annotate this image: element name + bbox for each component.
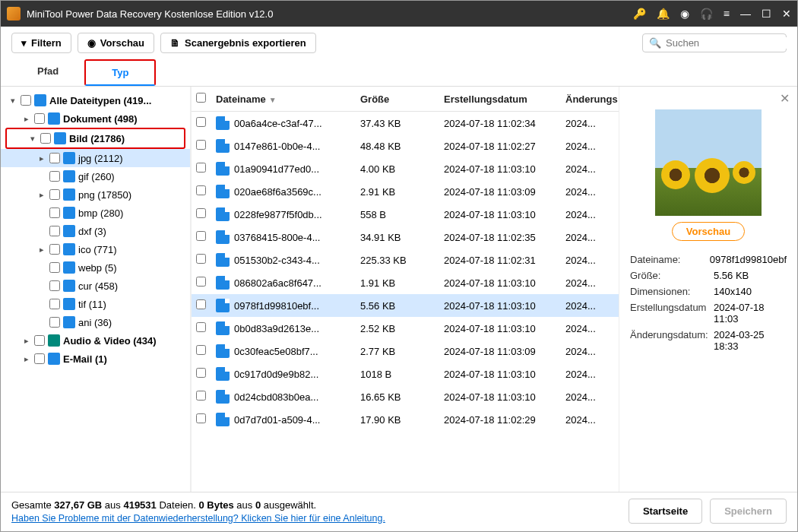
row-checkbox[interactable] xyxy=(196,231,206,241)
row-checkbox[interactable] xyxy=(196,254,206,264)
maximize-icon[interactable]: ☐ xyxy=(762,8,771,20)
checkbox[interactable] xyxy=(40,133,51,144)
close-icon[interactable]: ✕ xyxy=(782,8,791,20)
meta-row: Größe:5.56 KB xyxy=(630,268,787,283)
chevron-right-icon[interactable]: ▸ xyxy=(22,336,31,346)
checkbox[interactable] xyxy=(21,95,31,106)
file-row[interactable]: 0978f1d99810ebf... 5.56 KB 2024-07-18 11… xyxy=(192,294,619,317)
checkbox[interactable] xyxy=(49,280,60,291)
checkbox[interactable] xyxy=(49,262,60,273)
filter-label: Filtern xyxy=(31,37,62,49)
tree-audio-video[interactable]: ▸ Audio & Video (434) xyxy=(1,331,190,350)
export-button[interactable]: 🗎 Scanergebnis exportieren xyxy=(160,33,316,53)
file-row[interactable]: 01a90941d77ed0... 4.00 KB 2024-07-18 11:… xyxy=(192,157,619,180)
tree-all-types[interactable]: ▾ Alle Dateitypen (419... xyxy=(1,91,190,109)
row-checkbox[interactable] xyxy=(196,345,206,355)
chevron-right-icon[interactable]: ▸ xyxy=(37,154,46,163)
help-link[interactable]: Haben Sie Probleme mit der Datenwiederhe… xyxy=(11,513,385,524)
bell-icon[interactable]: 🔔 xyxy=(657,8,670,20)
file-name: 0c917d0d9e9b82... xyxy=(234,369,360,380)
chevron-right-icon[interactable]: ▸ xyxy=(37,190,46,200)
checkbox[interactable] xyxy=(49,299,60,309)
checkbox[interactable] xyxy=(34,353,45,364)
tree-jpg[interactable]: ▸ jpg (2112) xyxy=(1,149,190,167)
row-checkbox[interactable] xyxy=(196,391,206,401)
tree-document[interactable]: ▸ Dokument (498) xyxy=(1,109,190,128)
tree-ani[interactable]: ani (36) xyxy=(1,313,190,331)
col-modified[interactable]: Änderungs xyxy=(565,93,614,105)
chevron-down-icon[interactable]: ▾ xyxy=(8,96,17,106)
close-preview-icon[interactable]: ✕ xyxy=(780,91,790,106)
home-button[interactable]: Startseite xyxy=(629,499,702,524)
select-all-checkbox[interactable] xyxy=(196,93,206,103)
row-checkbox[interactable] xyxy=(196,208,206,218)
row-checkbox[interactable] xyxy=(196,368,206,378)
row-checkbox[interactable] xyxy=(196,117,206,127)
checkbox[interactable] xyxy=(49,153,60,163)
menu-icon[interactable]: ≡ xyxy=(724,8,730,20)
file-list[interactable]: Dateiname▼ Größe Erstellungsdatum Änderu… xyxy=(192,87,619,492)
meta-value: 2024-03-25 18:33 xyxy=(714,329,787,352)
file-row[interactable]: 0b0d83a9d2613e... 2.52 KB 2024-07-18 11:… xyxy=(192,317,619,340)
row-checkbox[interactable] xyxy=(196,185,206,195)
row-checkbox[interactable] xyxy=(196,299,206,309)
checkbox[interactable] xyxy=(49,189,60,200)
checkbox[interactable] xyxy=(49,244,60,255)
tree-gif[interactable]: gif (260) xyxy=(1,167,190,185)
checkbox[interactable] xyxy=(49,207,60,218)
file-type-icon xyxy=(63,280,75,292)
row-checkbox[interactable] xyxy=(196,140,206,150)
tree-image[interactable]: ▾ Bild (21786) xyxy=(5,128,185,149)
checkbox[interactable] xyxy=(49,226,60,236)
row-checkbox[interactable] xyxy=(196,322,206,332)
globe-icon[interactable]: ◉ xyxy=(680,8,689,20)
tree-cur[interactable]: cur (458) xyxy=(1,277,190,295)
checkbox[interactable] xyxy=(49,317,60,328)
tree-dxf[interactable]: dxf (3) xyxy=(1,222,190,240)
chevron-right-icon[interactable]: ▸ xyxy=(22,114,31,124)
tree-png[interactable]: ▸ png (17850) xyxy=(1,185,190,204)
chevron-right-icon[interactable]: ▸ xyxy=(22,354,31,364)
save-button[interactable]: Speichern xyxy=(710,499,787,524)
search-input[interactable] xyxy=(666,37,793,49)
tree-ico[interactable]: ▸ ico (771) xyxy=(1,240,190,258)
file-row[interactable]: 086802a6ac8f647... 1.91 KB 2024-07-18 11… xyxy=(192,271,619,294)
tree-label: ani (36) xyxy=(78,317,112,328)
minimize-icon[interactable]: — xyxy=(740,8,751,20)
tree-webp[interactable]: webp (5) xyxy=(1,258,190,277)
file-row[interactable]: 0c917d0d9e9b82... 1018 B 2024-07-18 11:0… xyxy=(192,363,619,385)
tree-tif[interactable]: tif (11) xyxy=(1,295,190,313)
checkbox[interactable] xyxy=(49,171,60,182)
search-box[interactable]: 🔍 xyxy=(642,33,787,52)
headphones-icon[interactable]: 🎧 xyxy=(700,8,713,20)
file-row[interactable]: 00a6a4ce-c3af-47... 37.43 KB 2024-07-18 … xyxy=(192,112,619,135)
sidebar-tree[interactable]: ▾ Alle Dateitypen (419... ▸ Dokument (49… xyxy=(1,87,191,492)
file-row[interactable]: 03768415-800e-4... 34.91 KB 2024-07-18 1… xyxy=(192,226,619,249)
file-icon xyxy=(216,116,230,130)
file-row[interactable]: 051530b2-c343-4... 225.33 KB 2024-07-18 … xyxy=(192,249,619,271)
row-checkbox[interactable] xyxy=(196,277,206,287)
chevron-right-icon[interactable]: ▸ xyxy=(37,245,46,255)
preview-button[interactable]: ◉ Vorschau xyxy=(78,33,154,53)
tab-type[interactable]: Typ xyxy=(84,59,156,86)
col-size[interactable]: Größe xyxy=(360,93,444,105)
preview-open-button[interactable]: Vorschau xyxy=(672,222,745,241)
checkbox[interactable] xyxy=(34,335,45,346)
file-row[interactable]: 0d24cbd083b0ea... 16.65 KB 2024-07-18 11… xyxy=(192,385,619,408)
col-created[interactable]: Erstellungsdatum xyxy=(444,93,565,105)
file-row[interactable]: 0c30feac5e08bf7... 2.77 KB 2024-07-18 11… xyxy=(192,340,619,363)
row-checkbox[interactable] xyxy=(196,163,206,173)
file-row[interactable]: 0228fe9877f5f0db... 558 B 2024-07-18 11:… xyxy=(192,203,619,226)
file-row[interactable]: 020ae68f6a3569c... 2.91 KB 2024-07-18 11… xyxy=(192,180,619,203)
tree-email[interactable]: ▸ E-Mail (1) xyxy=(1,350,190,368)
checkbox[interactable] xyxy=(34,113,45,124)
file-row[interactable]: 0d7d7d01-a509-4... 17.90 KB 2024-07-18 1… xyxy=(192,408,619,431)
tree-bmp[interactable]: bmp (280) xyxy=(1,204,190,222)
filter-button[interactable]: ▾ Filtern xyxy=(11,33,71,53)
key-icon[interactable]: 🔑 xyxy=(633,8,646,20)
col-name[interactable]: Dateiname▼ xyxy=(216,93,360,105)
file-row[interactable]: 0147e861-0b0e-4... 48.48 KB 2024-07-18 1… xyxy=(192,135,619,157)
chevron-down-icon[interactable]: ▾ xyxy=(28,134,37,144)
row-checkbox[interactable] xyxy=(196,413,206,423)
tab-path[interactable]: Pfad xyxy=(11,59,84,86)
